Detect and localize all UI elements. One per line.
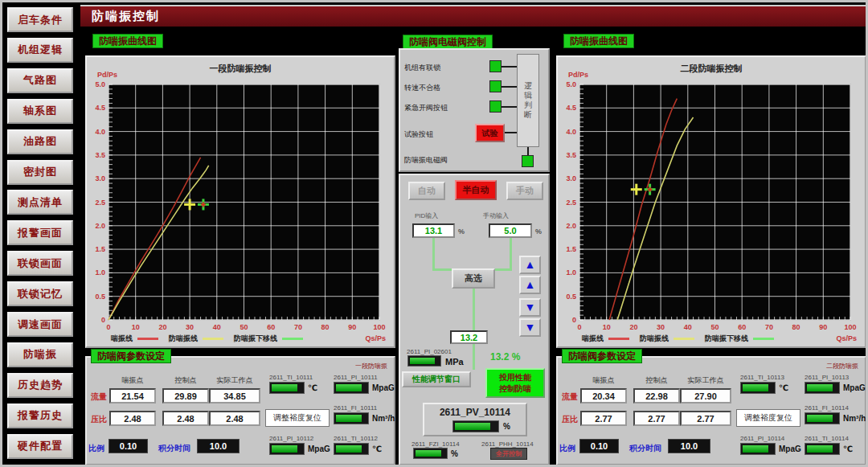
logic-box-char: 判 [524, 100, 532, 110]
control-panel: 自动 半自动 手动 PID输入 手动输入 13.1 % 5.0 % 高选 ▲ ▲… [399, 174, 550, 465]
sidebar-item-0[interactable]: 启车条件 [7, 7, 73, 32]
value-流量-0: 21.54 [109, 388, 156, 404]
sidebar-item-10[interactable]: 调速画面 [7, 312, 73, 337]
instrument-unit: MpaG [779, 444, 801, 453]
logic-box-char: 断 [524, 110, 532, 120]
legend-item: 防喘振下移线 [234, 334, 303, 344]
instrument-unit: MpaG [308, 444, 330, 453]
manual-input-label: 手动输入 [483, 211, 509, 220]
sidebar-item-14[interactable]: 硬件配置 [7, 434, 73, 459]
proportional-field[interactable]: 0.10 [579, 439, 619, 453]
mode-auto-button[interactable]: 自动 [408, 182, 445, 200]
sidebar-item-13[interactable]: 报警历史 [7, 404, 73, 428]
integral-time-field[interactable]: 10.0 [668, 439, 710, 453]
signal-line [473, 344, 475, 370]
instrument-led [334, 382, 369, 394]
sidebar-item-1[interactable]: 机组逻辑 [7, 38, 73, 63]
instrument-unit: ℃ [308, 383, 317, 392]
legend-label: 喘振线 [582, 334, 604, 344]
margin-reset-button[interactable]: 调整裕度复位 [265, 409, 330, 427]
wire [527, 147, 529, 155]
decrement-button[interactable]: ▼ [519, 298, 541, 317]
mode-semiauto-button[interactable]: 半自动 [455, 180, 497, 200]
setpoint-field[interactable]: 13.2 [450, 330, 488, 344]
increment-button[interactable]: ▲ [519, 276, 541, 294]
instrument-tag: 2611_TI_10113 [740, 374, 784, 381]
legend-label: 防喘振线 [640, 334, 669, 344]
proportional-label: 比例 [88, 443, 104, 454]
pid-input-field[interactable]: 13.1 [412, 223, 455, 238]
high-select-button[interactable]: 高选 [452, 268, 495, 289]
logic-box-char: 逻 [524, 81, 532, 91]
wire [502, 106, 517, 108]
instrument-tag: 2611_PI_10113 [805, 374, 849, 381]
wire [502, 66, 517, 68]
value-压比-1: 2.48 [162, 411, 209, 426]
sidebar-item-12[interactable]: 历史趋势 [7, 373, 73, 398]
valve-tag: 2611_PV_10114 [424, 407, 526, 418]
position-led [413, 448, 448, 459]
chart-plot: 5.04.54.03.53.02.52.01.51.00.50010203040… [558, 57, 868, 335]
solenoid-output-label: 防喘振电磁阀 [404, 155, 448, 166]
svg-text:10: 10 [132, 323, 140, 331]
legend-label: 喘振线 [111, 334, 133, 344]
increment-fast-button[interactable]: ▲ [519, 256, 541, 274]
sidebar-item-11[interactable]: 防喘振 [7, 342, 73, 367]
decrement-fast-button[interactable]: ▼ [519, 318, 541, 337]
performance-window-button[interactable]: 性能调节窗口 [402, 371, 471, 387]
valve-display-panel: 2611_PV_10114 % [423, 403, 527, 436]
sidebar-item-2[interactable]: 气路图 [7, 68, 73, 93]
legend-swatch [203, 338, 223, 340]
chart-panel-stage1: 一段防喘振控制Pd/Ps5.04.54.03.53.02.52.01.51.00… [85, 55, 395, 348]
legend-swatch [137, 338, 158, 340]
sidebar-item-5[interactable]: 密封图 [7, 160, 73, 185]
sidebar-item-8[interactable]: 联锁画面 [7, 251, 73, 276]
svg-text:100: 100 [844, 323, 856, 331]
pid-input-unit: % [458, 227, 465, 236]
svg-text:70: 70 [294, 323, 302, 331]
svg-text:0.5: 0.5 [95, 293, 105, 301]
instrument-unit: ℃ [843, 444, 853, 453]
proportional-field[interactable]: 0.10 [108, 439, 148, 453]
svg-text:0: 0 [106, 323, 110, 331]
sidebar-item-3[interactable]: 轴系图 [7, 99, 73, 124]
svg-text:50: 50 [240, 323, 248, 331]
margin-reset-button[interactable]: 调整裕度复位 [736, 409, 800, 427]
value-流量-1: 29.89 [162, 388, 209, 404]
instrument-unit: MpaG [843, 383, 866, 392]
mode-manual-button[interactable]: 手动 [506, 182, 543, 200]
sidebar-item-6[interactable]: 测点清单 [7, 190, 73, 215]
legend-label: 防喘振下移线 [234, 334, 277, 344]
legend-swatch [608, 338, 629, 340]
position-tag: 2611_FZI_10114 [411, 440, 460, 448]
valve-unit: % [503, 422, 510, 431]
sidebar-item-9[interactable]: 联锁记忆 [7, 281, 73, 306]
svg-text:1.0: 1.0 [95, 268, 105, 277]
solenoid-panel: 机组有联锁 转速不合格 紧急开阀按钮 试验按钮 防喘振电磁阀 试验 逻辑判断 [399, 48, 550, 172]
instrument-led [334, 412, 369, 424]
manual-input-field[interactable]: 5.0 [489, 223, 532, 238]
test-button[interactable]: 试验 [475, 124, 505, 142]
instrument-led [269, 382, 305, 394]
instrument-tag: 2611_TI_10111 [269, 374, 313, 381]
value-流量-2: 27.90 [680, 388, 731, 404]
instrument-tag: 2611_PI_10114 [740, 435, 784, 442]
instrument-tag: 2611_FI_10114 [805, 404, 849, 412]
stage-corner-label: 二段防喘振 [826, 362, 858, 371]
interlock-indicator [489, 60, 502, 72]
sidebar-item-7[interactable]: 报警画面 [7, 220, 73, 245]
instrument-unit: MpaG [372, 383, 395, 392]
pressure-unit: MPa [445, 357, 464, 367]
integral-time-field[interactable]: 10.0 [197, 439, 240, 453]
signal-line [432, 238, 435, 270]
instrument-unit: ℃ [779, 383, 788, 392]
svg-text:70: 70 [765, 323, 773, 331]
sidebar-item-4[interactable]: 油路图 [7, 129, 73, 154]
chart-legend: 喘振线防喘振线防喘振下移线Qs/Ps [111, 333, 386, 344]
enable-performance-button[interactable]: 投用性能 控制防喘 [485, 368, 545, 398]
legend-swatch [753, 338, 774, 340]
chart-panel-stage2: 二段防喘振控制Pd/Ps5.04.54.03.53.02.52.01.51.00… [556, 55, 866, 348]
svg-text:90: 90 [819, 323, 827, 331]
legend-label: 防喘振线 [169, 334, 198, 344]
svg-text:80: 80 [321, 323, 330, 331]
